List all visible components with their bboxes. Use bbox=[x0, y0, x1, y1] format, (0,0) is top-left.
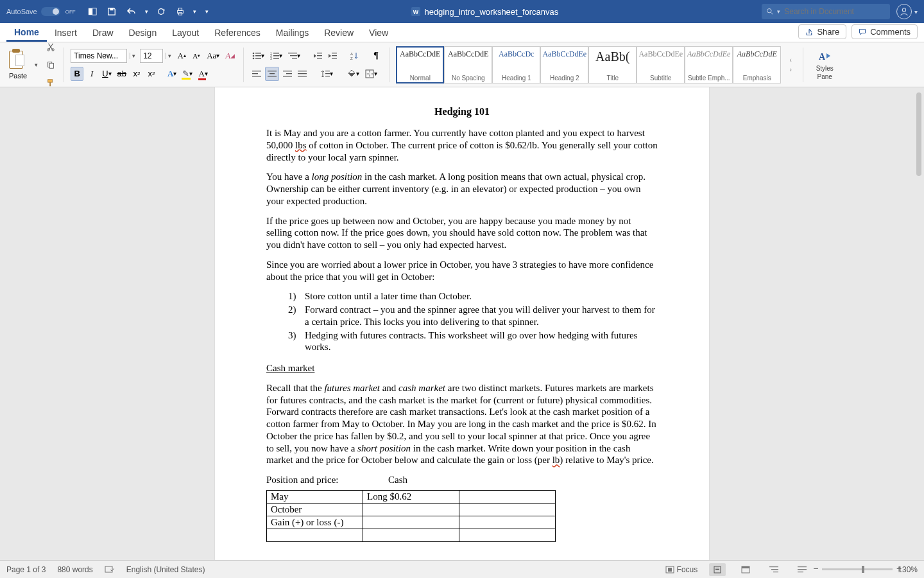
svg-rect-68 bbox=[771, 569, 778, 570]
print-icon[interactable] bbox=[174, 4, 187, 19]
svg-rect-64 bbox=[715, 569, 719, 570]
style-tile-normal[interactable]: AaBbCcDdENormal bbox=[396, 46, 444, 83]
search-box[interactable]: ▾ bbox=[762, 4, 890, 19]
paste-button[interactable]: Paste bbox=[5, 49, 31, 80]
print-layout-view-icon[interactable] bbox=[709, 563, 726, 576]
numbering-icon[interactable]: 123▾ bbox=[268, 49, 284, 63]
increase-indent-icon[interactable] bbox=[326, 49, 339, 63]
text-effects-icon[interactable]: A ▾ bbox=[166, 67, 178, 81]
style-tile-no-spacing[interactable]: AaBbCcDdENo Spacing bbox=[444, 46, 492, 83]
font-name-select[interactable]: Times New... bbox=[71, 49, 127, 63]
focus-mode-button[interactable]: Focus bbox=[665, 565, 698, 574]
zoom-out-button[interactable]: − bbox=[813, 563, 818, 574]
position-cash: Cash bbox=[388, 474, 407, 486]
styles-pane-button[interactable]: A Styles Pane bbox=[810, 49, 839, 80]
font-size-caret[interactable]: ▾ bbox=[166, 53, 173, 59]
svg-text:A: A bbox=[350, 52, 353, 56]
print-caret[interactable]: ▾ bbox=[193, 8, 196, 15]
svg-rect-1 bbox=[92, 8, 96, 15]
outline-view-icon[interactable] bbox=[766, 563, 782, 576]
align-left-icon[interactable] bbox=[250, 67, 263, 81]
subscript-button[interactable]: x2 bbox=[130, 67, 143, 81]
draft-view-icon[interactable] bbox=[794, 563, 810, 576]
font-name-caret[interactable]: ▾ bbox=[130, 53, 137, 59]
ribbon-home: Paste ▾ Times New...▾ 12▾ A▴ A▾ Aa ▾ A◢ … bbox=[0, 42, 924, 87]
page-indicator[interactable]: Page 1 of 3 bbox=[6, 565, 46, 574]
strikethrough-button[interactable]: ab bbox=[116, 67, 128, 81]
multilevel-list-icon[interactable]: ▾ bbox=[286, 49, 302, 63]
document-page[interactable]: Hedging 101 It is May and you are a cott… bbox=[215, 87, 709, 560]
underline-button[interactable]: U ▾ bbox=[100, 67, 113, 81]
svg-point-19 bbox=[253, 55, 255, 57]
document-title: hedging_intro_worksheet_forcanvas bbox=[424, 7, 558, 17]
style-tile-emphasis[interactable]: AaBbCcDdEEmphasis bbox=[733, 46, 781, 83]
style-tile-subtle-emph-[interactable]: AaBbCcDdEeSubtle Emph... bbox=[685, 46, 733, 83]
clear-formatting-icon[interactable]: A◢ bbox=[223, 49, 237, 63]
font-color-icon[interactable]: A ▾ bbox=[196, 67, 209, 81]
share-label: Share bbox=[817, 27, 839, 37]
svg-rect-31 bbox=[292, 58, 297, 58]
style-tile-title[interactable]: AaBb(Title bbox=[588, 46, 637, 83]
comments-button[interactable]: Comments bbox=[851, 24, 918, 39]
font-size-select[interactable]: 12 bbox=[140, 49, 163, 63]
superscript-button[interactable]: x2 bbox=[145, 67, 158, 81]
align-right-icon[interactable] bbox=[281, 67, 294, 81]
web-layout-view-icon[interactable] bbox=[737, 563, 754, 576]
shading-icon[interactable]: ▾ bbox=[345, 67, 361, 81]
tab-view[interactable]: View bbox=[361, 28, 396, 42]
word-count[interactable]: 880 words bbox=[57, 565, 92, 574]
share-button[interactable]: Share bbox=[798, 24, 846, 39]
tab-draw[interactable]: Draw bbox=[85, 28, 121, 42]
tab-review[interactable]: Review bbox=[316, 28, 361, 42]
style-tile-heading-2[interactable]: AaBbCcDdEeHeading 2 bbox=[540, 46, 588, 83]
tab-mailings[interactable]: Mailings bbox=[268, 28, 316, 42]
scrollbar-thumb[interactable] bbox=[916, 92, 921, 176]
borders-icon[interactable]: ▾ bbox=[363, 67, 379, 81]
user-account-icon[interactable] bbox=[896, 4, 912, 19]
style-tile-subtitle[interactable]: AaBbCcDdEeSubtitle bbox=[637, 46, 685, 83]
style-tile-heading-1[interactable]: AaBbCcDcHeading 1 bbox=[492, 46, 540, 83]
svg-rect-50 bbox=[298, 73, 307, 74]
styles-scroll[interactable]: ‹› bbox=[785, 57, 796, 73]
zoom-slider[interactable]: −+ bbox=[822, 568, 893, 570]
language-indicator[interactable]: English (United States) bbox=[126, 565, 205, 574]
undo-icon[interactable] bbox=[124, 4, 139, 19]
grow-font-icon[interactable]: A▴ bbox=[175, 49, 188, 63]
svg-rect-24 bbox=[273, 53, 279, 54]
svg-point-10 bbox=[902, 8, 905, 12]
decrease-indent-icon[interactable] bbox=[311, 49, 324, 63]
redo-icon[interactable] bbox=[155, 4, 167, 19]
home-icon[interactable] bbox=[86, 4, 99, 19]
bold-button[interactable]: B bbox=[71, 67, 83, 81]
tab-references[interactable]: References bbox=[207, 28, 268, 42]
tab-layout[interactable]: Layout bbox=[164, 28, 207, 42]
vertical-scrollbar[interactable] bbox=[915, 90, 923, 557]
zoom-in-button[interactable]: + bbox=[896, 563, 902, 574]
svg-rect-63 bbox=[715, 568, 719, 568]
user-caret[interactable]: ▾ bbox=[914, 8, 918, 15]
line-spacing-icon[interactable]: ▾ bbox=[319, 67, 335, 81]
tab-design[interactable]: Design bbox=[121, 28, 165, 42]
copy-icon[interactable] bbox=[44, 58, 57, 72]
highlight-icon[interactable]: ✎ ▾ bbox=[180, 67, 194, 81]
list-item: Hedging with futures contracts. This wor… bbox=[301, 329, 658, 354]
paste-caret[interactable]: ▾ bbox=[35, 62, 38, 68]
italic-button[interactable]: I bbox=[85, 67, 98, 81]
svg-rect-44 bbox=[270, 73, 275, 74]
shrink-font-icon[interactable]: A▾ bbox=[190, 49, 203, 63]
cut-icon[interactable] bbox=[44, 40, 57, 54]
undo-caret[interactable]: ▾ bbox=[145, 8, 148, 15]
autosave-toggle[interactable]: AutoSave OFF bbox=[6, 7, 77, 16]
justify-icon[interactable] bbox=[296, 67, 309, 81]
bullets-icon[interactable]: ▾ bbox=[250, 49, 266, 63]
show-marks-icon[interactable]: ¶ bbox=[370, 49, 382, 63]
svg-rect-66 bbox=[742, 566, 749, 568]
align-center-icon[interactable] bbox=[265, 67, 279, 81]
save-icon[interactable] bbox=[105, 4, 118, 19]
spellcheck-icon[interactable] bbox=[105, 565, 115, 574]
change-case-icon[interactable]: Aa ▾ bbox=[205, 49, 221, 63]
table-row bbox=[267, 529, 556, 541]
search-input[interactable] bbox=[784, 7, 885, 16]
sort-icon[interactable]: AZ bbox=[348, 49, 361, 63]
zoom-knob[interactable] bbox=[862, 566, 864, 573]
